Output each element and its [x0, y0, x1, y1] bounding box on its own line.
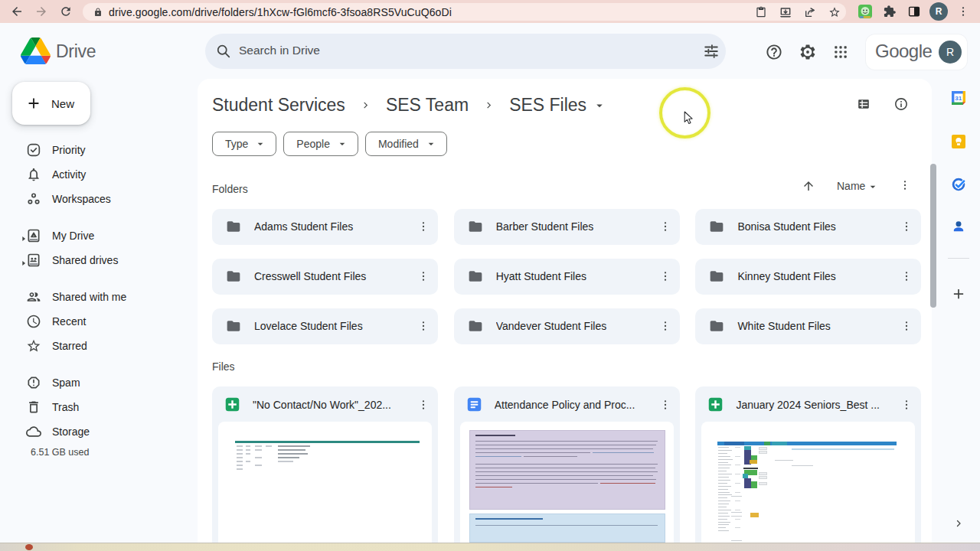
folder-name: Kinney Student Files — [737, 270, 900, 282]
share-icon[interactable] — [804, 5, 817, 18]
file-name: January 2024 Seniors_Best ... — [736, 399, 900, 411]
sidebar-item-workspaces[interactable]: Workspaces — [52, 193, 111, 205]
recent-clock-icon — [26, 314, 41, 332]
file-name: "No Contact/No Work"_202... — [253, 399, 417, 411]
folder-card[interactable]: Adams Student Files — [212, 209, 438, 245]
list-view-toggle-icon[interactable] — [858, 98, 871, 111]
caret-down-icon[interactable] — [593, 99, 606, 112]
sidebar-item-storage[interactable]: Storage — [52, 425, 90, 438]
more-options-icon[interactable] — [659, 270, 671, 282]
modified-filter-chip[interactable]: Modified — [365, 132, 447, 156]
save-download-icon[interactable] — [779, 5, 792, 18]
search-icon[interactable] — [216, 44, 232, 60]
type-filter-chip[interactable]: Type — [212, 132, 276, 156]
sidebar-item-recent[interactable]: Recent — [52, 315, 86, 328]
more-options-icon[interactable] — [659, 220, 671, 233]
scrollbar-thumb[interactable] — [930, 164, 936, 308]
settings-gear-icon[interactable] — [799, 44, 817, 61]
shared-with-me-icon — [26, 289, 41, 308]
browser-profile-avatar[interactable]: R — [929, 2, 948, 21]
keep-icon[interactable] — [952, 135, 966, 149]
sidebar-item-trash[interactable]: Trash — [52, 401, 79, 413]
clipboard-icon[interactable] — [756, 6, 767, 18]
chevron-right-icon — [485, 101, 493, 109]
more-options-icon[interactable] — [900, 220, 913, 233]
sort-direction-arrow-icon[interactable] — [802, 179, 815, 193]
side-panel-icon[interactable] — [908, 5, 921, 18]
more-options-icon[interactable] — [659, 399, 671, 411]
contacts-icon[interactable] — [952, 220, 966, 234]
extensions-puzzle-icon[interactable] — [884, 5, 897, 18]
caret-down-icon[interactable] — [867, 181, 879, 193]
drive-logo[interactable] — [21, 37, 51, 64]
breadcrumb-student-services[interactable]: Student Services — [212, 95, 345, 116]
svg-text:31: 31 — [955, 95, 962, 102]
folder-icon — [468, 318, 483, 334]
sidebar-item-starred[interactable]: Starred — [52, 340, 87, 352]
folder-card[interactable]: Bonisa Student Files — [695, 209, 921, 245]
file-preview-thumbnail — [218, 422, 432, 543]
file-card[interactable]: Attendance Policy and Proc... — [454, 386, 680, 543]
file-card[interactable]: "No Contact/No Work"_202... — [212, 386, 438, 543]
back-icon[interactable] — [10, 5, 24, 18]
more-options-icon[interactable] — [417, 399, 430, 411]
more-options-icon[interactable] — [900, 399, 913, 411]
more-options-icon[interactable] — [900, 320, 913, 332]
advanced-search-tune-icon[interactable] — [703, 43, 720, 60]
address-bar[interactable]: drive.google.com/drive/folders/1hXcw-fGl… — [83, 3, 846, 21]
browser-menu-icon[interactable] — [957, 5, 969, 18]
calendar-icon[interactable]: 31 — [952, 91, 966, 106]
sidebar-item-shared-with-me[interactable]: Shared with me — [52, 291, 126, 303]
more-options-icon[interactable] — [659, 320, 671, 332]
folder-card[interactable]: White Student Files — [695, 308, 921, 344]
folder-card[interactable]: Cresswell Student Files — [212, 259, 438, 295]
folder-card[interactable]: Hyatt Student Files — [454, 259, 680, 295]
sort-by-name-label[interactable]: Name — [837, 180, 865, 192]
search-input[interactable]: Search in Drive — [239, 44, 320, 57]
bottom-desktop-strip — [0, 543, 980, 551]
reload-icon[interactable] — [60, 5, 73, 18]
hide-panel-chevron-icon[interactable] — [954, 519, 963, 528]
folder-card[interactable]: Vandever Student Files — [454, 308, 680, 344]
folder-icon — [226, 269, 241, 284]
more-options-icon[interactable] — [417, 270, 430, 282]
sidebar-item-my-drive[interactable]: My Drive — [52, 230, 94, 242]
bookmark-star-icon[interactable] — [828, 6, 841, 18]
file-card[interactable]: January 2024 Seniors_Best ... — [695, 386, 921, 543]
bitmoji-extension-icon[interactable] — [858, 4, 873, 19]
rail-divider — [948, 258, 969, 259]
more-options-icon[interactable] — [417, 220, 430, 233]
new-button[interactable]: New — [12, 82, 90, 125]
more-options-icon[interactable] — [417, 320, 430, 332]
folder-card[interactable]: Kinney Student Files — [695, 259, 921, 295]
people-filter-chip[interactable]: People — [283, 132, 358, 156]
folder-icon — [709, 219, 724, 234]
info-icon[interactable] — [894, 97, 909, 112]
help-icon[interactable] — [766, 44, 783, 61]
more-options-icon[interactable] — [900, 270, 913, 282]
folder-name: Lovelace Student Files — [254, 320, 417, 332]
file-card-header: Attendance Policy and Proc... — [454, 386, 680, 422]
sidebar-item-priority[interactable]: Priority — [52, 144, 86, 156]
google-account-pill[interactable]: Google R — [866, 34, 967, 70]
file-card-header: January 2024 Seniors_Best ... — [695, 386, 921, 422]
bottom-red-dot — [25, 544, 33, 550]
breadcrumb-ses-team[interactable]: SES Team — [386, 95, 469, 116]
folder-card[interactable]: Barber Student Files — [454, 209, 680, 245]
sidebar-item-spam[interactable]: Spam — [52, 377, 80, 389]
add-panel-icon[interactable] — [951, 286, 967, 302]
forward-icon[interactable] — [34, 5, 48, 18]
search-bar[interactable]: Search in Drive — [205, 34, 726, 69]
tasks-icon[interactable] — [951, 177, 966, 192]
breadcrumb-ses-files[interactable]: SES Files — [509, 95, 586, 116]
folder-icon — [468, 269, 483, 284]
workspaces-icon — [26, 191, 41, 210]
apps-grid-icon[interactable] — [833, 44, 849, 60]
folder-name: Hyatt Student Files — [496, 270, 659, 282]
sidebar-item-activity[interactable]: Activity — [52, 168, 86, 181]
drive-profile-avatar[interactable]: R — [939, 41, 962, 64]
folder-card[interactable]: Lovelace Student Files — [212, 308, 438, 344]
more-options-icon[interactable] — [899, 179, 912, 192]
files-section-label: Files — [212, 360, 235, 373]
sidebar-item-shared-drives[interactable]: Shared drives — [52, 254, 118, 266]
